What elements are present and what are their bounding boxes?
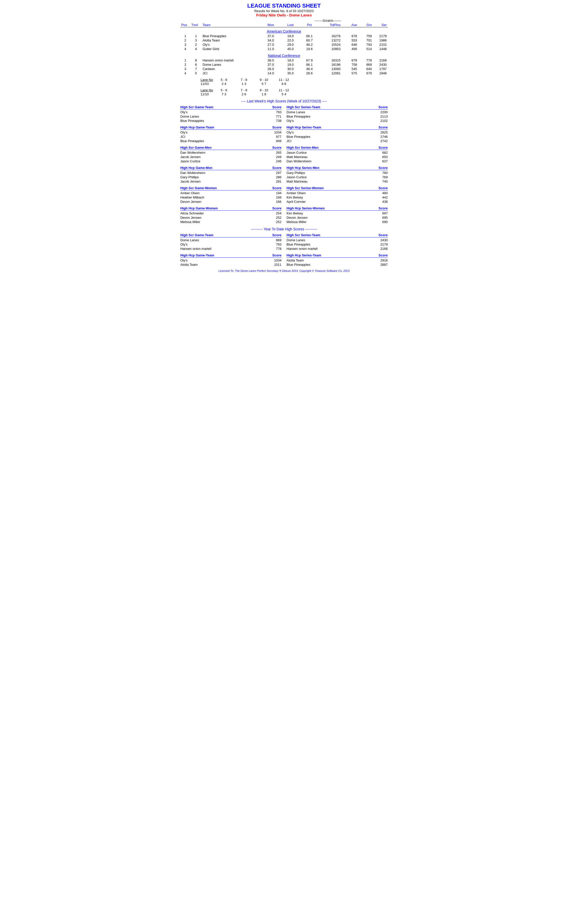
score-name: Jason Curtice <box>287 175 307 179</box>
score-row: JCI2742 <box>287 139 388 143</box>
score-name: Hansen onion martell <box>180 247 211 251</box>
score-value: 442 <box>375 195 388 199</box>
score-value: 769 <box>375 175 388 179</box>
lane-label: Lane No <box>201 88 217 92</box>
score-value: 793 <box>269 243 281 246</box>
ytd-scores: High Scr Game-TeamScoreDome Lanes869Oly'… <box>180 233 388 267</box>
score-column-header: Score <box>379 233 388 237</box>
col-won: Won <box>261 23 281 27</box>
score-row: Jason Curtice682 <box>287 151 388 155</box>
score-row: Gary Phillips286 <box>180 175 281 179</box>
score-section: High Scr Game-TeamScoreDome Lanes869Oly'… <box>180 233 388 251</box>
score-name: Alotta Team <box>180 263 198 267</box>
col-pos: Pos <box>180 23 190 27</box>
lane-range: 5 - 6 <box>217 78 231 82</box>
score-row: Hansen onion martell778 <box>180 246 281 251</box>
score-name: Heather Milbach <box>180 195 204 199</box>
score-column-header: Score <box>379 146 388 149</box>
score-row: Devon Jensen252 <box>180 216 281 220</box>
score-name: Blue Pineapples <box>287 135 310 139</box>
score-value: 2168 <box>375 247 388 251</box>
page-header: LEAGUE STANDING SHEET Results for Week N… <box>180 3 388 17</box>
score-row: Kim Belsey697 <box>287 211 388 216</box>
score-column-header: Score <box>272 186 281 190</box>
score-value: 438 <box>375 200 388 204</box>
score-name: Gary Phillips <box>180 175 199 179</box>
score-value: 1034 <box>269 258 281 262</box>
score-value: 281 <box>269 180 281 183</box>
score-half: High Hcp Game-WomenScoreAlicia Schneider… <box>180 206 281 224</box>
lane-teams: 5 7 <box>257 82 271 86</box>
col-lost: Lost <box>281 23 301 27</box>
score-row: Heather Milbach168 <box>180 195 281 199</box>
score-value: 780 <box>375 171 388 175</box>
score-row: Blue Pineapples2887 <box>287 263 388 267</box>
score-name: Matt Marineau <box>287 180 308 183</box>
col-totpins: TotPins <box>319 23 341 27</box>
score-value: 1011 <box>269 263 281 267</box>
score-name: Amber Olsen <box>180 191 199 195</box>
score-value: 650 <box>375 155 388 159</box>
score-row: Matt Marineau740 <box>287 179 388 184</box>
score-value: 166 <box>269 200 281 204</box>
score-value: 252 <box>269 220 281 224</box>
score-half: High Hcp Game-TeamScoreOly's1034Alotta T… <box>180 254 281 267</box>
score-value: 297 <box>269 171 281 175</box>
score-category-header: High Scr Game-Women <box>180 186 217 190</box>
score-name: Dome Lanes <box>180 238 199 242</box>
score-row: Blue Pineapples2179 <box>287 242 388 246</box>
score-value: 977 <box>269 135 281 139</box>
col-pct: Pct <box>301 23 319 27</box>
lane-teams: 6 8 <box>277 82 291 86</box>
lane-range: 7 - 8 <box>237 88 251 92</box>
lane-date: 11/03 <box>201 82 217 86</box>
score-name: Hansen onion martell <box>287 247 318 251</box>
score-name: Alotta Team <box>287 258 304 262</box>
score-name: Devon Jensen <box>180 216 201 219</box>
score-name: Oly's <box>180 258 187 262</box>
score-name: Oly's <box>180 243 187 246</box>
score-category-header: High Hcp Series-Women <box>287 206 325 210</box>
score-column-header: Score <box>272 146 281 149</box>
lane-date: 11/10 <box>201 92 217 96</box>
ytd-title: ---------- Year To Date High Scores ----… <box>180 227 388 231</box>
score-value: 2825 <box>375 130 388 134</box>
score-half: High Scr Series-WomenScoreAmber Olsen480… <box>287 186 388 204</box>
score-row: Alotta Team1011 <box>180 263 281 267</box>
score-category-header: High Scr Series-Women <box>287 186 324 190</box>
score-category-header: High Hcp Game-Women <box>180 206 218 210</box>
score-section: High Scr Game-TeamScoreOly's793Dome Lane… <box>180 105 388 123</box>
score-row: Blue Pineapples2746 <box>287 134 388 139</box>
score-value: 771 <box>269 115 281 118</box>
score-name: Jason Curtice <box>287 151 307 154</box>
score-row: Jason Curtice246 <box>180 159 281 163</box>
score-category-header: High Scr Series-Team <box>287 233 320 237</box>
score-value: 697 <box>375 211 388 215</box>
score-column-header: Score <box>272 254 281 257</box>
lane-range: 11 - 12 <box>277 88 291 92</box>
score-row: Alicia Schneider254 <box>180 211 281 216</box>
page-title: LEAGUE STANDING SHEET <box>180 3 388 9</box>
scratch-header: --------Scratch-------- <box>180 19 341 23</box>
score-name: JCI <box>180 135 185 139</box>
score-name: Oly's <box>180 130 187 134</box>
score-value: 254 <box>269 211 281 215</box>
lane-sections: Lane No5 - 67 - 89 - 1011 - 1211/032 41 … <box>180 78 388 96</box>
score-section: High Scr Game-MenScoreDan Wollersheim265… <box>180 146 388 163</box>
score-row: JCI977 <box>180 134 281 139</box>
score-half: High Scr Series-MenScoreJason Curtice682… <box>287 146 388 163</box>
score-name: Melissa Miller <box>287 220 307 224</box>
score-column-header: Score <box>379 105 388 109</box>
score-row: Oly's1034 <box>180 130 281 134</box>
score-half: High Hcp Series-TeamScoreOly's2825Blue P… <box>287 125 388 143</box>
national-conference-label: National Conference <box>180 51 388 58</box>
score-row: Dan Wollersheim637 <box>287 159 388 163</box>
score-row: Devon Jensen166 <box>180 199 281 204</box>
score-value: 695 <box>375 216 388 219</box>
score-value: 793 <box>269 110 281 114</box>
score-row: Dome Lanes771 <box>180 114 281 119</box>
score-row: Dan Wollersheim265 <box>180 151 281 155</box>
score-row: Kim Belsey442 <box>287 195 388 199</box>
score-row: Alotta Team2916 <box>287 258 388 263</box>
score-category-header: High Scr Game-Men <box>180 146 211 149</box>
